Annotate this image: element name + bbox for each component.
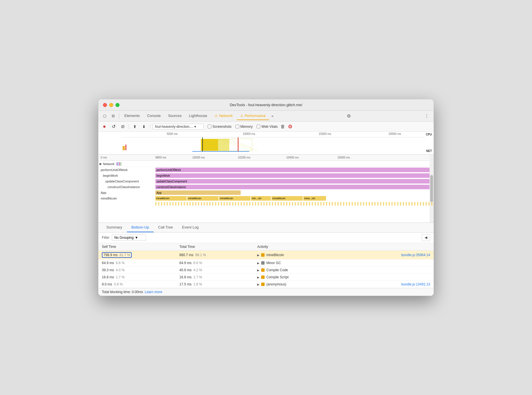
activity-name: (anonymous)	[266, 282, 286, 286]
network-flame-label: Network	[103, 162, 114, 166]
flame-bar-0[interactable]: performUnitOfWork	[155, 168, 430, 172]
grouping-value: No Grouping	[114, 236, 134, 240]
tab-network[interactable]: ⚠ Network	[211, 112, 236, 120]
table-row[interactable]: 16.8 ms 1.7 %16.8 ms 1.7 % ▶ Compile Scr…	[98, 274, 434, 281]
trash-icon[interactable]: 🗑	[281, 124, 285, 129]
network-expand-icon[interactable]: ▶	[100, 162, 102, 165]
flame-bar-2[interactable]: updateClassComponent	[155, 179, 430, 184]
activity-arrow-icon[interactable]: ▶	[257, 276, 259, 279]
traffic-lights	[103, 103, 119, 107]
total-pct: 1.8 %	[193, 282, 202, 286]
devtools-window: DevTools - foul-heavenly-direction.glitc…	[98, 99, 434, 296]
flame-label-0: performUnitOfWork	[98, 168, 155, 172]
svg-rect-0	[123, 146, 125, 150]
screenshots-checkbox[interactable]: Screenshots	[208, 125, 232, 129]
flame-bar-area-1: beginWork	[155, 173, 434, 178]
table-row[interactable]: 64.9 ms 6.6 %64.9 ms 6.6 % ▶ Minor GC	[98, 260, 434, 267]
cell-self-time: 798.9 ms 81.7 %	[98, 251, 176, 260]
th-activity[interactable]: Activity	[254, 243, 434, 251]
svg-rect-9	[238, 137, 238, 152]
more-options-icon[interactable]: ⋮	[422, 112, 431, 120]
download-button[interactable]: ⬇	[140, 123, 148, 130]
toolbar-separator-1	[129, 124, 129, 129]
collapse-button[interactable]: ◄	[422, 234, 430, 241]
grouping-select[interactable]: No Grouping ▼	[112, 234, 146, 241]
close-button[interactable]	[103, 103, 107, 107]
tab-sources[interactable]: Sources	[165, 112, 185, 120]
tab-lighthouse[interactable]: Lighthouse	[186, 112, 211, 120]
tab-separator	[119, 113, 119, 119]
record-button[interactable]: ●	[101, 123, 108, 130]
total-pct: 1.7 %	[193, 275, 202, 279]
ruler-0ms: 0 ms	[101, 156, 107, 159]
flame-bar-3[interactable]: constructClassInstance	[155, 185, 430, 189]
mine-bar-2[interactable]: mineBitcoin	[187, 196, 218, 201]
memory-input[interactable]	[236, 125, 239, 128]
tab-bottom-up[interactable]: Bottom-Up	[127, 223, 154, 232]
table-row[interactable]: 39.3 ms 4.0 %40.6 ms 4.2 % ▶ Compile Cod…	[98, 267, 434, 274]
mine-bar-1[interactable]: mineBitcoin	[155, 196, 187, 201]
flame-row-0: performUnitOfWork performUnitOfWork	[98, 167, 434, 173]
total-time-value: 64.9 ms	[179, 261, 191, 265]
tab-console[interactable]: Console	[144, 112, 164, 120]
activity-link[interactable]: bundle.js:35964:14	[401, 253, 430, 257]
performance-warn-icon: ⚠	[240, 114, 244, 118]
status-bar: Total blocking time: 0.00ms Learn more	[98, 288, 434, 296]
self-time-highlight: 798.9 ms 81.7 %	[102, 252, 132, 258]
tab-summary[interactable]: Summary	[102, 223, 127, 232]
web-vitals-checkbox[interactable]: Web Vitals	[257, 125, 278, 129]
activity-name: Compile Script	[266, 275, 288, 279]
toolbar-separator-2	[150, 124, 150, 129]
reload-button[interactable]: ↺	[110, 123, 117, 130]
gear-icon[interactable]: ⚙	[345, 112, 353, 120]
flame-bar-4[interactable]: App	[155, 190, 241, 195]
screenshots-input[interactable]	[208, 125, 211, 128]
cursor-icon[interactable]: ⬡	[101, 112, 109, 120]
tab-performance[interactable]: ⚠ Performance	[237, 112, 269, 120]
mine-bar-4[interactable]: min...oin	[251, 196, 271, 201]
th-self-time[interactable]: Self Time	[98, 243, 176, 251]
minimize-button[interactable]	[109, 103, 113, 107]
maximize-button[interactable]	[116, 103, 119, 107]
network-warn-icon: ⚠	[215, 114, 218, 118]
cell-self-time: 39.3 ms 4.0 %	[98, 267, 176, 274]
ruler-9800ms: 9800 ms	[155, 156, 166, 159]
flame-row-4: App App	[98, 190, 434, 196]
dock-icon[interactable]: ⧉	[109, 112, 117, 120]
activity-arrow-icon[interactable]: ▶	[257, 254, 259, 257]
web-vitals-input[interactable]	[257, 125, 260, 128]
url-display[interactable]: foul-heavenly-direction.... ▾	[152, 124, 204, 129]
activity-arrow-icon[interactable]: ▶	[257, 283, 259, 286]
self-pct: 0.8 %	[114, 282, 123, 286]
tab-elements[interactable]: Elements	[121, 112, 143, 120]
timeline-overview[interactable]: CPU NET 5000 ms 10000 ms 15000 ms 20000 …	[98, 132, 434, 155]
table-row[interactable]: 8.0 ms 0.8 %17.5 ms 1.8 % ▶ (anonymous) …	[98, 281, 434, 288]
network-row[interactable]: ▶ Network	[98, 161, 434, 167]
tab-call-tree[interactable]: Call Tree	[154, 223, 178, 232]
th-total-time[interactable]: Total Time	[176, 243, 254, 251]
activity-arrow-icon[interactable]: ▶	[257, 262, 259, 265]
settings-red-icon[interactable]: ⚙	[288, 124, 292, 130]
window-title: DevTools - foul-heavenly-direction.glitc…	[230, 103, 302, 107]
upload-button[interactable]: ⬆	[131, 123, 139, 130]
activity-link[interactable]: bundle.js:13491:13	[401, 282, 430, 286]
data-table-container[interactable]: Self Time Total Time Activity 798.9 ms 8…	[98, 243, 434, 288]
flame-bar-1[interactable]: beginWork	[155, 173, 430, 178]
activity-color-box	[261, 275, 265, 279]
tab-event-log[interactable]: Event Log	[178, 223, 203, 232]
table-row[interactable]: 798.9 ms 81.7 %860.7 ms 88.1 % ▶ mineBit…	[98, 251, 434, 260]
memory-checkbox[interactable]: Memory	[236, 125, 253, 129]
flame-bar-area-4: App	[155, 190, 434, 195]
clear-button[interactable]: ⊘	[119, 123, 126, 130]
tab-more-button[interactable]: »	[270, 113, 275, 119]
mine-bar-5[interactable]: mineBitcoin	[271, 196, 303, 201]
mine-bar-3[interactable]: mineBitcoin	[219, 196, 250, 201]
svg-rect-2	[201, 139, 218, 151]
mine-bar-6[interactable]: mine...oin	[303, 196, 326, 201]
activity-name: Compile Code	[266, 268, 288, 272]
activity-color-box	[261, 283, 265, 286]
learn-more-link[interactable]: Learn more	[145, 290, 162, 294]
ruler-tick-5000: 5000 ms	[167, 132, 178, 135]
flame-chart-area[interactable]: 0 ms 9800 ms 10000 ms 10200 ms 10400 ms …	[98, 155, 434, 223]
activity-arrow-icon[interactable]: ▶	[257, 269, 259, 272]
